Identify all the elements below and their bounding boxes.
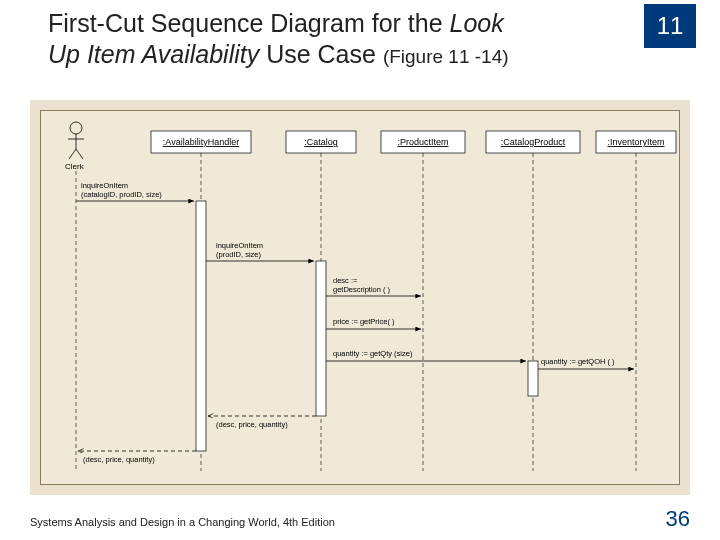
svg-text::AvailabilityHandler: :AvailabilityHandler <box>163 137 239 147</box>
title-figure-ref: (Figure 11 -14) <box>383 46 509 67</box>
activation-availability-handler <box>196 201 206 451</box>
title-area: First-Cut Sequence Diagram for the Look … <box>48 8 608 71</box>
msg-label-m1-l2: (catalogID, prodID, size) <box>81 190 162 199</box>
actor-label: Clerk <box>65 162 85 171</box>
object-catalog-product: :CatalogProduct <box>486 131 580 153</box>
object-product-item: :ProductItem <box>381 131 465 153</box>
actor-clerk: Clerk <box>65 122 85 171</box>
svg-text::ProductItem: :ProductItem <box>397 137 448 147</box>
footer-text: Systems Analysis and Design in a Changin… <box>30 516 335 528</box>
msg-label-m1-l1: inquireOnItem <box>81 181 128 190</box>
chapter-badge: 11 <box>644 4 696 48</box>
svg-text::InventoryItem: :InventoryItem <box>607 137 664 147</box>
title-italic-2: Up Item Availability <box>48 40 259 68</box>
activation-catalog <box>316 261 326 416</box>
slide-title: First-Cut Sequence Diagram for the Look … <box>48 8 608 71</box>
svg-line-4 <box>76 149 83 159</box>
object-inventory-item: :InventoryItem <box>596 131 676 153</box>
sequence-diagram-svg: Clerk :AvailabilityHandler :Catalog :Pro… <box>41 111 681 486</box>
msg-label-m2-l1: inquireOnItem <box>216 241 263 250</box>
activation-catalog-product <box>528 361 538 396</box>
msg-label-m3-l2: getDescription ( ) <box>333 285 391 294</box>
return-label-r2: (desc, price, quantity) <box>83 455 155 464</box>
slide-number: 36 <box>666 506 690 532</box>
svg-text::Catalog: :Catalog <box>304 137 338 147</box>
title-text-1: First-Cut Sequence Diagram for the <box>48 9 450 37</box>
title-italic-1: Look <box>450 9 504 37</box>
svg-point-0 <box>70 122 82 134</box>
title-text-2: Use Case <box>259 40 383 68</box>
msg-label-m5: quantity := getQty (size) <box>333 349 413 358</box>
msg-label-m3-l1: desc := <box>333 276 358 285</box>
sequence-diagram: Clerk :AvailabilityHandler :Catalog :Pro… <box>40 110 680 485</box>
slide: First-Cut Sequence Diagram for the Look … <box>0 0 720 540</box>
return-label-r1: (desc, price, quantity) <box>216 420 288 429</box>
msg-label-m6: quantity := getQOH ( ) <box>541 357 615 366</box>
svg-line-3 <box>69 149 76 159</box>
msg-label-m4: price := getPrice( ) <box>333 317 395 326</box>
object-catalog: :Catalog <box>286 131 356 153</box>
msg-label-m2-l2: (prodID, size) <box>216 250 262 259</box>
object-availability-handler: :AvailabilityHandler <box>151 131 251 153</box>
sequence-diagram-container: Clerk :AvailabilityHandler :Catalog :Pro… <box>30 100 690 495</box>
svg-text::CatalogProduct: :CatalogProduct <box>501 137 566 147</box>
